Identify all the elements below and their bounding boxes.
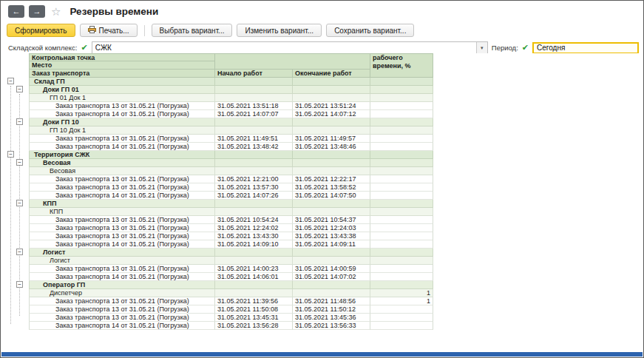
cell-start-time[interactable]: 31.05.2021 13:56:28 — [215, 322, 293, 330]
cell-control-point[interactable]: Заказ транспорта 14 от 31.05.21 (Погрузк… — [29, 322, 215, 330]
cell-control-point[interactable]: Диспетчер — [29, 289, 215, 297]
collapse-toggle-icon[interactable]: − — [16, 86, 23, 92]
cell-start-time[interactable]: 31.05.2021 13:43:30 — [215, 232, 293, 240]
cell-reserve-percent[interactable] — [370, 305, 433, 314]
cell-control-point[interactable]: ГП 01 Док 1 — [29, 94, 215, 102]
cell-reserve-percent[interactable] — [370, 249, 433, 257]
cell-reserve-percent[interactable] — [370, 265, 433, 273]
cell-reserve-percent[interactable] — [370, 151, 433, 159]
collapse-toggle-icon[interactable]: − — [7, 151, 14, 158]
cell-control-point[interactable]: Заказ транспорта 13 от 31.05.21 (Погрузк… — [29, 314, 215, 322]
cell-end-time[interactable]: 31.05.2021 13:56:33 — [293, 322, 370, 330]
cell-reserve-percent[interactable] — [370, 78, 433, 86]
cell-reserve-percent[interactable] — [370, 175, 433, 183]
cell-reserve-percent[interactable] — [370, 102, 433, 110]
period-input[interactable] — [532, 42, 639, 54]
cell-start-time[interactable] — [215, 86, 293, 94]
cell-reserve-percent[interactable] — [370, 86, 433, 94]
cell-control-point[interactable]: Доки ГП 10 — [29, 118, 215, 126]
cell-reserve-percent[interactable] — [370, 322, 433, 330]
cell-reserve-percent[interactable] — [370, 240, 433, 249]
cell-control-point[interactable]: Заказ транспорта 14 от 31.05.21 (Погрузк… — [29, 240, 215, 249]
cell-reserve-percent[interactable] — [370, 143, 433, 151]
cell-end-time[interactable]: 31.05.2021 14:07:12 — [293, 110, 370, 118]
cell-end-time[interactable] — [293, 151, 370, 159]
warehouse-input[interactable] — [92, 42, 476, 53]
cell-reserve-percent[interactable] — [370, 126, 433, 135]
cell-end-time[interactable]: 31.05.2021 11:50:12 — [293, 305, 370, 314]
cell-reserve-percent[interactable] — [370, 135, 433, 143]
cell-end-time[interactable] — [293, 249, 370, 257]
cell-start-time[interactable]: 31.05.2021 11:49:51 — [215, 135, 293, 143]
cell-reserve-percent[interactable] — [370, 216, 433, 224]
cell-control-point[interactable]: Заказ транспорта 14 от 31.05.21 (Погрузк… — [29, 273, 215, 281]
cell-end-time[interactable]: 31.05.2021 13:43:38 — [293, 232, 370, 240]
cell-end-time[interactable] — [293, 200, 370, 208]
cell-reserve-percent[interactable] — [370, 314, 433, 322]
cell-reserve-percent[interactable] — [370, 192, 433, 200]
cell-end-time[interactable] — [293, 118, 370, 126]
cell-start-time[interactable]: 31.05.2021 14:06:01 — [215, 273, 293, 281]
cell-start-time[interactable]: 31.05.2021 12:21:00 — [215, 175, 293, 183]
cell-start-time[interactable] — [215, 126, 293, 135]
cell-end-time[interactable]: 31.05.2021 12:22:17 — [293, 175, 370, 183]
collapse-toggle-icon[interactable]: − — [16, 281, 23, 288]
cell-start-time[interactable] — [215, 159, 293, 167]
cell-control-point[interactable]: Логист — [29, 249, 215, 257]
print-button[interactable]: Печать... — [80, 24, 138, 37]
cell-end-time[interactable]: 31.05.2021 14:00:59 — [293, 265, 370, 273]
cell-start-time[interactable] — [215, 208, 293, 216]
cell-reserve-percent[interactable] — [370, 110, 433, 118]
cell-reserve-percent[interactable] — [370, 224, 433, 232]
cell-control-point[interactable]: Доки ГП 01 — [29, 86, 215, 94]
cell-start-time[interactable]: 31.05.2021 13:45:31 — [215, 314, 293, 322]
cell-control-point[interactable]: КПП — [29, 200, 215, 208]
cell-start-time[interactable] — [215, 257, 293, 265]
cell-start-time[interactable] — [215, 249, 293, 257]
cell-end-time[interactable] — [293, 167, 370, 175]
cell-start-time[interactable] — [215, 118, 293, 126]
collapse-toggle-icon[interactable]: − — [16, 159, 23, 166]
cell-reserve-percent[interactable] — [370, 118, 433, 126]
cell-control-point[interactable]: Заказ транспорта 13 от 31.05.21 (Погрузк… — [29, 183, 215, 192]
cell-start-time[interactable] — [215, 78, 293, 86]
cell-reserve-percent[interactable] — [370, 159, 433, 167]
cell-control-point[interactable]: Территория СЖК — [29, 151, 215, 159]
cell-reserve-percent[interactable] — [370, 208, 433, 216]
cell-start-time[interactable]: 31.05.2021 14:00:23 — [215, 265, 293, 273]
edit-variant-button[interactable]: Изменить вариант... — [237, 24, 322, 37]
cell-reserve-percent[interactable] — [370, 273, 433, 281]
cell-end-time[interactable]: 31.05.2021 10:54:37 — [293, 216, 370, 224]
cell-reserve-percent[interactable]: 1 — [370, 289, 433, 297]
cell-start-time[interactable]: 31.05.2021 14:09:10 — [215, 240, 293, 249]
cell-start-time[interactable]: 31.05.2021 13:48:42 — [215, 143, 293, 151]
cell-end-time[interactable] — [293, 159, 370, 167]
cell-end-time[interactable] — [293, 281, 370, 289]
select-variant-button[interactable]: Выбрать вариант... — [152, 24, 233, 37]
cell-start-time[interactable]: 31.05.2021 14:07:26 — [215, 192, 293, 200]
cell-control-point[interactable]: Заказ транспорта 13 от 31.05.21 (Погрузк… — [29, 265, 215, 273]
collapse-toggle-icon[interactable]: − — [16, 118, 23, 125]
cell-end-time[interactable]: 31.05.2021 13:48:46 — [293, 143, 370, 151]
generate-button[interactable]: Сформировать — [7, 24, 75, 37]
cell-end-time[interactable]: 31.05.2021 13:58:52 — [293, 183, 370, 192]
cell-control-point[interactable]: Оператор ГП — [29, 281, 215, 289]
warehouse-dropdown-button[interactable]: ▾ — [476, 42, 487, 53]
cell-control-point[interactable]: Заказ транспорта 13 от 31.05.21 (Погрузк… — [29, 305, 215, 314]
cell-reserve-percent[interactable]: 1 — [370, 297, 433, 305]
cell-control-point[interactable]: Заказ транспорта 13 от 31.05.21 (Погрузк… — [29, 135, 215, 143]
cell-start-time[interactable] — [215, 289, 293, 297]
cell-start-time[interactable] — [215, 94, 293, 102]
cell-end-time[interactable] — [293, 94, 370, 102]
cell-reserve-percent[interactable] — [370, 94, 433, 102]
cell-end-time[interactable]: 31.05.2021 14:07:50 — [293, 192, 370, 200]
favorite-star-icon[interactable]: ☆ — [51, 6, 61, 17]
cell-control-point[interactable]: Заказ транспорта 13 от 31.05.21 (Погрузк… — [29, 297, 215, 305]
cell-end-time[interactable] — [293, 257, 370, 265]
warehouse-filter-checkbox[interactable]: ✔ — [81, 44, 87, 52]
cell-reserve-percent[interactable] — [370, 183, 433, 192]
cell-end-time[interactable] — [293, 208, 370, 216]
cell-control-point[interactable]: КПП — [29, 208, 215, 216]
cell-control-point[interactable]: Логист — [29, 257, 215, 265]
cell-start-time[interactable]: 31.05.2021 11:39:56 — [215, 297, 293, 305]
